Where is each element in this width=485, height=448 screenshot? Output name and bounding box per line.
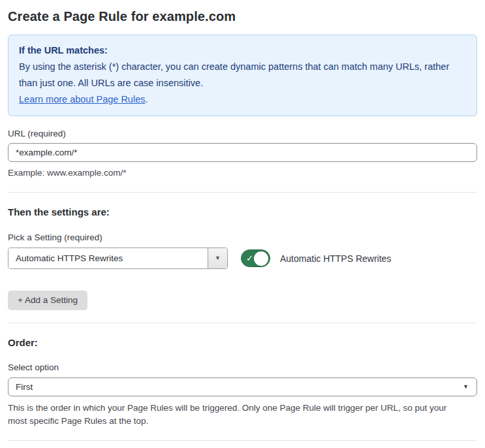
info-box-heading: If the URL matches: bbox=[19, 42, 466, 59]
settings-section-heading: Then the settings are: bbox=[8, 206, 477, 217]
setting-row: Automatic HTTPS Rewrites ▼ ✓ Automatic H… bbox=[8, 248, 477, 269]
setting-picker-dropdown[interactable]: Automatic HTTPS Rewrites ▼ bbox=[8, 248, 228, 269]
order-section-heading: Order: bbox=[8, 337, 477, 348]
setting-toggle-label: Automatic HTTPS Rewrites bbox=[280, 253, 391, 264]
check-icon: ✓ bbox=[246, 253, 253, 262]
order-select[interactable]: First ▼ bbox=[8, 377, 477, 396]
chevron-down-icon: ▼ bbox=[463, 384, 469, 390]
url-example-helper: Example: www.example.com/* bbox=[8, 167, 477, 180]
pick-setting-label: Pick a Setting (required) bbox=[8, 232, 477, 242]
page-title: Create a Page Rule for example.com bbox=[8, 9, 477, 24]
divider-after-url bbox=[8, 192, 477, 193]
info-box-body: By using the asterisk (*) character, you… bbox=[19, 59, 466, 91]
add-setting-button[interactable]: + Add a Setting bbox=[8, 291, 87, 310]
url-input[interactable] bbox=[8, 143, 477, 162]
order-helper-text: This is the order in which your Page Rul… bbox=[8, 402, 465, 428]
url-field-label: URL (required) bbox=[8, 129, 477, 138]
chevron-down-icon: ▼ bbox=[215, 255, 221, 261]
url-matches-info-box: If the URL matches: By using the asteris… bbox=[8, 35, 477, 116]
info-box-link-line: Learn more about Page Rules. bbox=[19, 91, 466, 108]
learn-more-link[interactable]: Learn more about Page Rules bbox=[19, 94, 145, 104]
divider-before-footer bbox=[8, 440, 477, 441]
create-page-rule-form: Create a Page Rule for example.com If th… bbox=[0, 0, 485, 448]
setting-picker-caret-button[interactable]: ▼ bbox=[208, 248, 227, 268]
link-period: . bbox=[145, 94, 148, 104]
setting-toggle[interactable]: ✓ bbox=[241, 249, 270, 267]
divider-after-settings bbox=[8, 323, 477, 323]
toggle-knob bbox=[254, 251, 268, 266]
order-select-value: First bbox=[16, 382, 33, 392]
setting-picker-value: Automatic HTTPS Rewrites bbox=[8, 248, 208, 268]
select-option-label: Select option bbox=[8, 362, 477, 372]
